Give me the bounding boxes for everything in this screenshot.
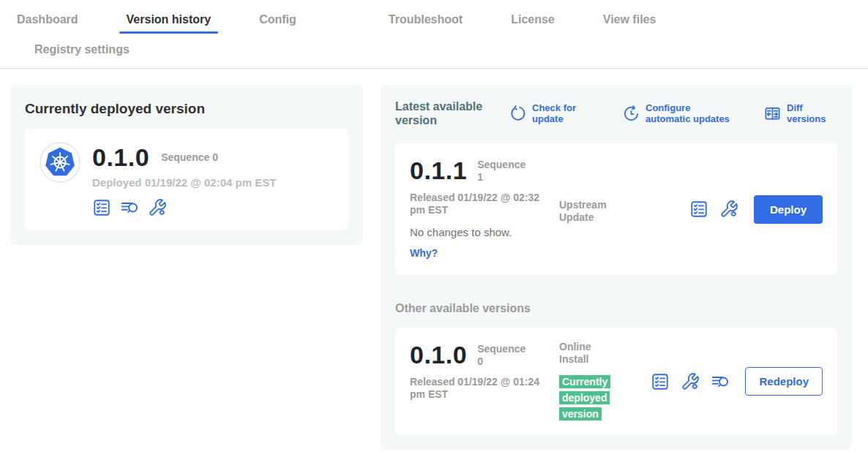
tab-dashboard-label: Dashboard bbox=[17, 13, 78, 26]
diff-versions-link[interactable]: Diff versions bbox=[764, 102, 837, 124]
edit-config-icon[interactable] bbox=[148, 198, 167, 217]
tab-troubleshoot-label: Troubleshoot bbox=[389, 13, 463, 26]
diff-icon bbox=[764, 105, 781, 122]
check-for-update-link[interactable]: Check for update bbox=[509, 102, 595, 124]
release-notes-icon[interactable] bbox=[711, 372, 730, 391]
redeploy-button[interactable]: Redeploy bbox=[745, 367, 823, 396]
tab-license-label: License bbox=[511, 13, 555, 26]
latest-release-controls: Deploy bbox=[689, 195, 823, 224]
currently-deployed-title: Currently deployed version bbox=[25, 101, 348, 117]
other-version-number: 0.1.0 bbox=[410, 341, 467, 369]
currently-deployed-card: 0.1.0 Sequence 0 Deployed 01/19/22 @ 02:… bbox=[25, 129, 348, 230]
deployed-version-number: 0.1.0 bbox=[92, 143, 149, 171]
diff-versions-label: Diff versions bbox=[787, 102, 837, 124]
refresh-icon bbox=[509, 105, 526, 122]
tab-version-history-label: Version history bbox=[127, 13, 212, 26]
check-for-update-label: Check for update bbox=[532, 102, 595, 124]
other-available-versions-title: Other available versions bbox=[395, 302, 837, 315]
currently-deployed-panel: Currently deployed version bbox=[10, 85, 363, 245]
tab-registry-settings[interactable]: Registry settings bbox=[34, 42, 868, 58]
preflight-checks-icon[interactable] bbox=[689, 200, 708, 219]
online-install-label: Online Install bbox=[559, 341, 622, 366]
deployed-sequence-label: Sequence 0 bbox=[161, 151, 218, 164]
nav-row-2: Registry settings bbox=[0, 42, 868, 58]
nav-row-1: Dashboard Version history Config Trouble… bbox=[0, 12, 868, 28]
other-release-source: Online Install Currently deployed versio… bbox=[559, 341, 647, 422]
preflight-checks-icon[interactable] bbox=[92, 198, 111, 217]
latest-release-info: 0.1.1 Sequence 1 Released 01/19/22 @ 02:… bbox=[410, 156, 553, 259]
latest-released-timestamp: Released 01/19/22 @ 02:32 pm EST bbox=[410, 192, 540, 216]
tab-version-history[interactable]: Version history bbox=[127, 12, 212, 28]
edit-config-icon[interactable] bbox=[681, 372, 700, 391]
other-release-card: 0.1.0 Sequence 0 Released 01/19/22 @ 01:… bbox=[395, 328, 837, 435]
configure-automatic-updates-link[interactable]: Configure automatic updates bbox=[623, 102, 736, 124]
other-released-timestamp: Released 01/19/22 @ 01:24 pm EST bbox=[410, 376, 540, 401]
kubernetes-logo-icon bbox=[40, 142, 81, 217]
other-sequence-label: Sequence 0 bbox=[477, 343, 525, 368]
latest-sequence-label: Sequence 1 bbox=[477, 159, 525, 184]
main-content: Currently deployed version bbox=[0, 69, 868, 450]
edit-config-icon[interactable] bbox=[719, 200, 738, 219]
tab-registry-settings-label: Registry settings bbox=[34, 43, 130, 56]
other-release-info: 0.1.0 Sequence 0 Released 01/19/22 @ 01:… bbox=[410, 341, 553, 401]
header-actions: Check for update Configure automatic upd… bbox=[509, 102, 837, 124]
tab-license[interactable]: License bbox=[511, 12, 555, 28]
tab-config[interactable]: Config bbox=[259, 12, 296, 28]
preflight-checks-icon[interactable] bbox=[651, 372, 670, 391]
latest-release-source: Upstream Update bbox=[559, 156, 647, 224]
tab-dashboard[interactable]: Dashboard bbox=[17, 12, 78, 28]
no-changes-note: No changes to show. bbox=[410, 226, 553, 238]
tab-troubleshoot[interactable]: Troubleshoot bbox=[389, 12, 463, 28]
deployed-timestamp: Deployed 01/19/22 @ 02:04 pm EST bbox=[92, 176, 276, 189]
upstream-update-label: Upstream Update bbox=[559, 199, 622, 224]
deployed-version-info: 0.1.0 Sequence 0 Deployed 01/19/22 @ 02:… bbox=[92, 142, 276, 217]
why-link[interactable]: Why? bbox=[410, 247, 553, 259]
latest-available-header: Latest available version Check for updat… bbox=[395, 99, 837, 127]
configure-automatic-updates-label: Configure automatic updates bbox=[646, 102, 736, 124]
release-notes-icon[interactable] bbox=[120, 198, 139, 217]
latest-available-panel: Latest available version Check for updat… bbox=[381, 85, 852, 450]
other-release-controls: Redeploy bbox=[651, 367, 823, 396]
deploy-button[interactable]: Deploy bbox=[754, 195, 823, 224]
deployed-action-icons bbox=[92, 198, 276, 217]
tab-view-files[interactable]: View files bbox=[603, 12, 656, 28]
currently-deployed-badge-label: Currently deployed version bbox=[559, 375, 610, 420]
schedule-update-icon bbox=[623, 105, 640, 122]
tab-config-label: Config bbox=[259, 13, 296, 26]
tab-view-files-label: View files bbox=[603, 13, 656, 26]
latest-release-card: 0.1.1 Sequence 1 Released 01/19/22 @ 02:… bbox=[395, 143, 837, 275]
currently-deployed-badge: Currently deployed version bbox=[559, 374, 618, 422]
latest-version-number: 0.1.1 bbox=[410, 156, 467, 184]
top-navigation: Dashboard Version history Config Trouble… bbox=[0, 0, 868, 69]
active-tab-underline bbox=[119, 31, 219, 34]
latest-available-title: Latest available version bbox=[395, 99, 496, 127]
